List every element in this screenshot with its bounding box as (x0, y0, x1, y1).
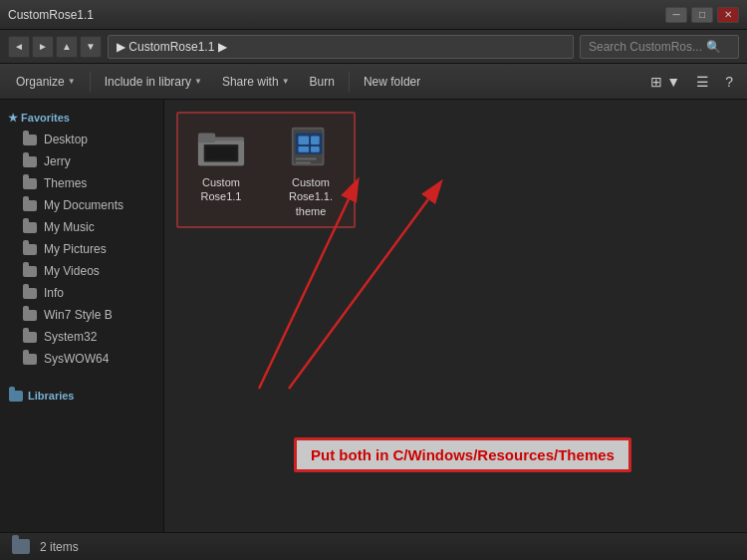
info-icon (22, 285, 38, 301)
include-library-label: Include in library (105, 75, 191, 89)
sidebar-item-themes[interactable]: Themes (0, 172, 163, 194)
window-controls: ─ □ ✕ (665, 7, 739, 23)
mydocuments-icon (22, 197, 38, 213)
svg-rect-5 (208, 148, 235, 158)
up-button[interactable]: ▲ (56, 36, 78, 58)
address-path[interactable]: ▶ CustomRose1.1 ▶ (108, 35, 574, 59)
desktop-icon (22, 132, 38, 147)
svg-rect-14 (296, 161, 311, 163)
organize-button[interactable]: Organize ▼ (8, 69, 84, 95)
info-label: Info (44, 286, 64, 300)
search-placeholder: Search CustomRos... (589, 40, 702, 54)
customrose-folder-label: CustomRose1.1 (201, 175, 242, 204)
toolbar-separator-2 (349, 72, 350, 92)
help-label: ? (725, 74, 733, 90)
desktop-label: Desktop (44, 133, 88, 146)
syswow64-label: SysWOW64 (44, 352, 109, 366)
annotation-text: Put both in C/Windows/Resources/Themes (311, 446, 615, 463)
svg-rect-11 (299, 146, 310, 152)
details-button[interactable]: ☰ (690, 69, 715, 95)
sidebar-item-win7style[interactable]: Win7 Style B (0, 304, 163, 326)
myvideos-label: My Videos (44, 264, 100, 278)
share-with-label: Share with (222, 75, 279, 89)
organize-chevron: ▼ (68, 77, 76, 86)
mydocuments-label: My Documents (44, 198, 124, 212)
sidebar-item-desktop[interactable]: Desktop (0, 129, 163, 150)
share-with-chevron: ▼ (282, 77, 290, 86)
toolbar-right: ⊞ ▼ ☰ ? (644, 69, 739, 95)
sidebar-item-mypictures[interactable]: My Pictures (0, 238, 163, 260)
jerry-label: Jerry (44, 154, 71, 168)
file-customrose-folder[interactable]: CustomRose1.1 (186, 122, 256, 218)
themes-label: Themes (44, 176, 87, 190)
sidebar: ★ Favorites Desktop Jerry Themes My Docu… (0, 100, 164, 532)
back-button[interactable]: ◄ (8, 36, 30, 58)
status-item-count: 2 items (40, 540, 79, 554)
libraries-header[interactable]: Libraries (0, 384, 163, 408)
files-container: CustomRose1.1 (176, 112, 356, 228)
title-bar: CustomRose1.1 ─ □ ✕ (0, 0, 747, 30)
customrose-theme-icon (286, 122, 336, 171)
svg-rect-13 (296, 158, 317, 160)
sidebar-item-jerry[interactable]: Jerry (0, 150, 163, 172)
address-bar: ◄ ► ▲ ▼ ▶ CustomRose1.1 ▶ Search CustomR… (0, 30, 747, 64)
themes-icon (22, 175, 38, 191)
share-with-button[interactable]: Share with ▼ (214, 69, 298, 95)
mymusic-label: My Music (44, 220, 95, 234)
include-library-button[interactable]: Include in library ▼ (97, 69, 210, 95)
nav-buttons: ◄ ► ▲ ▼ (8, 36, 102, 58)
sidebar-item-mydocuments[interactable]: My Documents (0, 194, 163, 216)
mypictures-label: My Pictures (44, 242, 107, 256)
win7style-icon (22, 307, 38, 323)
syswow64-icon (22, 351, 38, 367)
close-button[interactable]: ✕ (717, 7, 739, 23)
svg-rect-10 (311, 136, 320, 144)
burn-label: Burn (310, 75, 335, 89)
recent-button[interactable]: ▼ (80, 36, 102, 58)
myvideos-icon (22, 263, 38, 279)
win7style-label: Win7 Style B (44, 308, 113, 322)
libraries-label: Libraries (28, 390, 74, 402)
content-area: CustomRose1.1 (164, 100, 747, 532)
favorites-header[interactable]: ★ Favorites (0, 108, 163, 129)
toolbar: Organize ▼ Include in library ▼ Share wi… (0, 64, 747, 100)
maximize-button[interactable]: □ (691, 7, 713, 23)
customrose-theme-label: CustomRose1.1.theme (289, 175, 333, 218)
sidebar-item-myvideos[interactable]: My Videos (0, 260, 163, 282)
mypictures-icon (22, 241, 38, 257)
annotation-info-box: Put both in C/Windows/Resources/Themes (294, 437, 631, 472)
system32-icon (22, 329, 38, 345)
favorites-section: ★ Favorites Desktop Jerry Themes My Docu… (0, 108, 163, 370)
include-library-chevron: ▼ (194, 77, 202, 86)
customrose-folder-icon (196, 122, 246, 171)
svg-rect-2 (198, 134, 215, 143)
search-icon: 🔍 (706, 40, 721, 54)
burn-button[interactable]: Burn (302, 69, 343, 95)
address-path-text: ▶ CustomRose1.1 ▶ (117, 40, 227, 54)
new-folder-label: New folder (364, 75, 420, 89)
favorites-label: ★ Favorites (8, 112, 70, 125)
view-toggle-button[interactable]: ⊞ ▼ (644, 69, 686, 95)
search-box[interactable]: Search CustomRos... 🔍 (580, 35, 739, 59)
window-title: CustomRose1.1 (8, 8, 94, 22)
mymusic-icon (22, 219, 38, 235)
sidebar-item-mymusic[interactable]: My Music (0, 216, 163, 238)
forward-button[interactable]: ► (32, 36, 54, 58)
main-area: ★ Favorites Desktop Jerry Themes My Docu… (0, 100, 747, 532)
status-bar: 2 items (0, 532, 747, 560)
svg-rect-9 (299, 136, 310, 144)
sidebar-item-system32[interactable]: System32 (0, 326, 163, 348)
sidebar-item-syswow64[interactable]: SysWOW64 (0, 348, 163, 370)
organize-label: Organize (16, 75, 65, 89)
sidebar-item-info[interactable]: Info (0, 282, 163, 304)
minimize-button[interactable]: ─ (665, 7, 687, 23)
svg-rect-12 (311, 146, 320, 152)
libraries-icon (8, 388, 24, 404)
help-button[interactable]: ? (719, 69, 739, 95)
status-folder-icon (12, 539, 30, 554)
toolbar-separator-1 (90, 72, 91, 92)
file-customrose-theme[interactable]: CustomRose1.1.theme (276, 122, 346, 218)
new-folder-button[interactable]: New folder (356, 69, 428, 95)
system32-label: System32 (44, 330, 97, 344)
jerry-icon (22, 153, 38, 169)
